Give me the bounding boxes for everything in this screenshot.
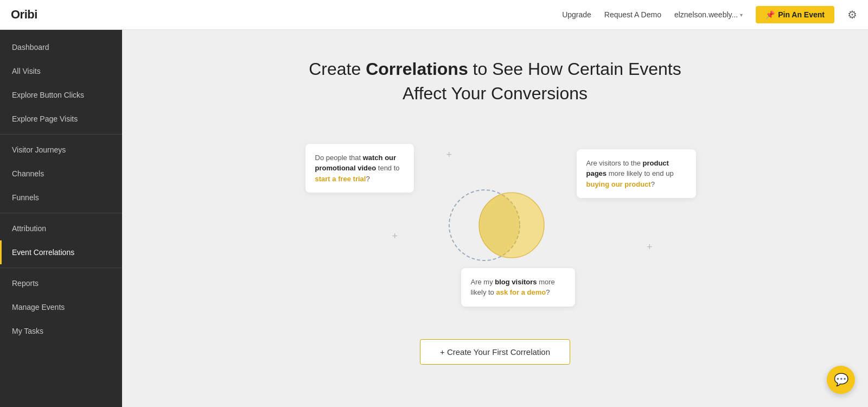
card-topleft-highlight: start a free trial [315,175,366,183]
sidebar-item-event-correlations[interactable]: Event Correlations [0,240,122,264]
card-topleft-text1: Do people that [315,154,363,162]
card-topright-text2: more likely to end up [607,169,674,177]
sidebar-item-all-visits[interactable]: All Visits [0,59,122,83]
card-bottom-end: ? [546,288,550,296]
upgrade-link[interactable]: Upgrade [562,10,591,19]
sidebar-item-reports[interactable]: Reports [0,271,122,295]
card-topleft-text2: tend to [376,164,399,172]
card-topright-highlight: buying our product [586,180,651,188]
plus-icon-4: + [647,241,653,253]
card-topright: Are visitors to the product pages more l… [577,149,696,199]
sidebar-item-funnels[interactable]: Funnels [0,186,122,209]
card-topleft-end: ? [366,175,369,183]
sidebar-item-channels[interactable]: Channels [0,162,122,186]
card-bottom-highlight: ask for a demo [496,288,546,296]
plus-icon-1: + [446,149,452,161]
card-bottom-bold1: blog visitors [495,278,537,286]
hero-title: Create Correlations to See How Certain E… [309,57,681,106]
sidebar-item-dashboard[interactable]: Dashboard [0,35,122,59]
sidebar: DashboardAll VisitsExplore Button Clicks… [0,30,122,407]
hero-title-line2: Affect Your Conversions [403,84,588,103]
sidebar-divider [0,213,122,213]
illustration: + + + + + [284,133,707,317]
user-label: elznelson.weebly... [674,10,738,19]
main-content: Create Correlations to See How Certain E… [122,30,868,407]
sidebar-item-attribution[interactable]: Attribution [0,217,122,240]
hero-title-prefix: Create [309,59,366,79]
card-topright-text1: Are visitors to the [586,159,643,167]
nav-right: Upgrade Request A Demo elznelson.weebly.… [562,6,857,23]
top-navigation: Oribi Upgrade Request A Demo elznelson.w… [0,0,868,30]
app-layout: DashboardAll VisitsExplore Button Clicks… [0,30,868,407]
sidebar-divider [0,134,122,135]
sidebar-item-visitor-journeys[interactable]: Visitor Journeys [0,138,122,162]
chevron-down-icon: ▾ [740,12,743,18]
card-bottom-text1: Are my [471,278,495,286]
chat-icon: 💬 [834,373,848,387]
card-bottom: Are my blog visitors more likely to ask … [461,268,575,307]
sidebar-item-explore-page-visits[interactable]: Explore Page Visits [0,107,122,131]
sidebar-item-explore-button-clicks[interactable]: Explore Button Clicks [0,83,122,107]
sidebar-item-my-tasks[interactable]: My Tasks [0,319,122,343]
card-topright-end: ? [651,180,655,188]
chat-bubble[interactable]: 💬 [827,366,855,394]
plus-icon-3: + [392,231,398,242]
pin-event-button[interactable]: 📌 Pin An Event [756,6,834,23]
logo[interactable]: Oribi [11,8,37,22]
sidebar-item-manage-events[interactable]: Manage Events [0,295,122,319]
create-btn-label: + Create Your First Correlation [440,347,550,357]
pin-icon: 📌 [765,10,775,19]
sidebar-divider [0,268,122,268]
create-correlation-button[interactable]: + Create Your First Correlation [420,339,570,365]
settings-icon[interactable]: ⚙ [847,8,857,21]
logo-area: Oribi [11,8,37,22]
hero-title-suffix: to See How Certain Events [468,59,681,79]
venn-diagram [441,182,550,269]
hero-title-bold: Correlations [366,59,468,79]
card-topleft: Do people that watch our promotional vid… [305,144,414,193]
demo-link[interactable]: Request A Demo [604,10,661,19]
user-dropdown[interactable]: elznelson.weebly... ▾ [674,10,743,19]
